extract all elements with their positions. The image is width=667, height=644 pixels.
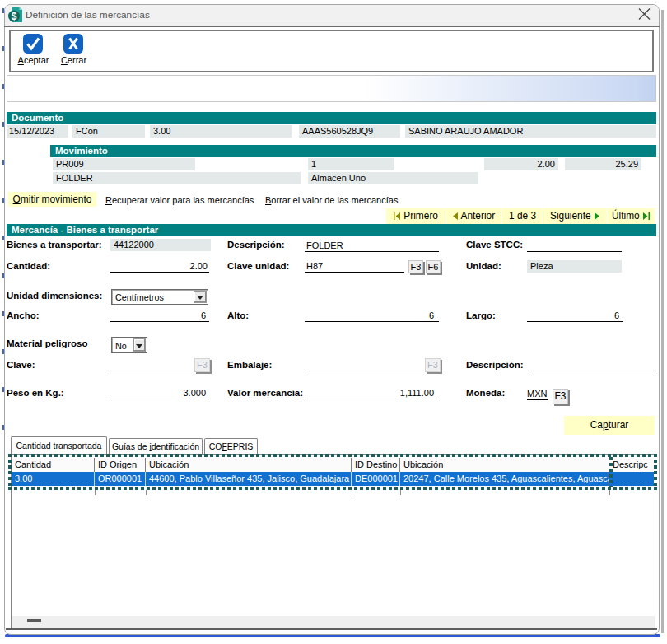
svg-text:$: $: [12, 11, 17, 22]
